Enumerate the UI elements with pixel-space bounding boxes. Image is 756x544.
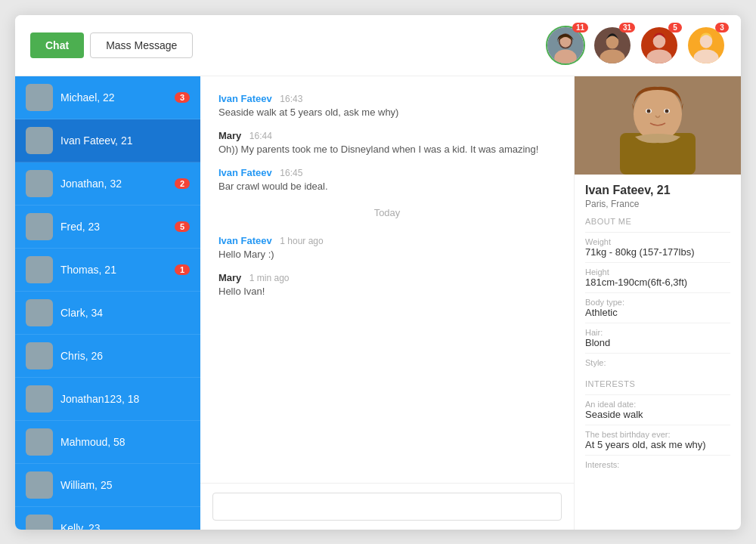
- chat-input[interactable]: [212, 493, 562, 521]
- sidebar-avatar: [26, 515, 53, 530]
- header-avatars: 11 31: [546, 26, 726, 65]
- profile-info: Ivan Fateev, 21 Paris, France ABOUT ME W…: [575, 175, 741, 483]
- sidebar-item[interactable]: Clark, 34: [15, 292, 200, 335]
- sidebar-item[interactable]: Thomas, 21 1: [15, 249, 200, 292]
- about-me-section-title: ABOUT ME: [585, 217, 730, 226]
- profile-field-hair: Hair: Blond: [585, 323, 730, 353]
- message-time: 1 hour ago: [280, 236, 323, 246]
- field-value: At 5 years old, ask me why): [585, 439, 730, 450]
- field-label: Height: [585, 267, 730, 277]
- sidebar-avatar: [26, 213, 53, 240]
- sidebar-item-name: Fred, 23: [60, 221, 175, 233]
- profile-field-birthday: The best birthday ever: At 5 years old, …: [585, 425, 730, 455]
- field-label: An ideal date:: [585, 400, 730, 409]
- sidebar-item-name: Kelly, 23: [60, 522, 190, 530]
- sidebar-item[interactable]: Chris, 26: [15, 335, 200, 378]
- sidebar-item-name: Chris, 26: [60, 350, 190, 362]
- sidebar-item[interactable]: Jonathan, 32 2: [15, 162, 200, 206]
- sidebar-item-badge: 1: [175, 264, 190, 275]
- sidebar-item-name: Ivan Fateev, 21: [60, 134, 190, 147]
- message-time: 16:45: [280, 168, 302, 178]
- chat-button[interactable]: Chat: [30, 32, 84, 58]
- sidebar: Michael, 22 3 Ivan Fateev, 21 Jonathan, …: [15, 76, 200, 530]
- mass-message-button[interactable]: Mass Message: [90, 32, 193, 58]
- app-container: Chat Mass Message 11: [15, 15, 741, 530]
- message-group: Ivan Fateev 16:43 Seaside walk at 5 year…: [218, 91, 556, 118]
- sidebar-avatar: [26, 256, 53, 283]
- sidebar-avatar: [26, 84, 53, 111]
- profile-photo: [575, 76, 741, 175]
- message-sender: Mary: [218, 130, 241, 141]
- message-group: Mary 16:44 Oh)) My parents took me to Di…: [218, 128, 556, 155]
- svg-point-17: [634, 87, 682, 141]
- field-label: Hair:: [585, 328, 730, 337]
- sidebar-item-badge: 3: [175, 92, 190, 103]
- profile-panel: Ivan Fateev, 21 Paris, France ABOUT ME W…: [575, 76, 741, 530]
- field-value: 181cm-190cm(6ft-6,3ft): [585, 277, 730, 288]
- sidebar-avatar: [26, 385, 53, 413]
- message-sender: Ivan Fateev: [218, 235, 272, 246]
- avatar-3-badge: 5: [668, 23, 682, 32]
- message-group: Ivan Fateev 1 hour ago Hello Mary :): [218, 233, 556, 260]
- sidebar-item-name: Michael, 22: [60, 91, 175, 104]
- avatar-2[interactable]: 31: [593, 26, 632, 65]
- message-time: 16:43: [280, 94, 302, 104]
- field-label: Weight: [585, 237, 730, 246]
- profile-location: Paris, France: [585, 199, 730, 209]
- sidebar-avatar: [26, 471, 53, 499]
- profile-field-ideal-date: An ideal date: Seaside walk: [585, 394, 730, 425]
- sidebar-item[interactable]: Mahmoud, 58: [15, 421, 200, 464]
- field-value: Athletic: [585, 307, 730, 318]
- sidebar-item-name: William, 25: [60, 479, 190, 491]
- field-label: The best birthday ever:: [585, 430, 730, 439]
- sidebar-item-name: Mahmoud, 58: [60, 436, 190, 448]
- svg-point-21: [665, 109, 669, 113]
- chat-input-area: [200, 483, 574, 530]
- sidebar-item-name: Jonathan, 32: [60, 178, 175, 190]
- message-sender: Ivan Fateev: [218, 167, 272, 178]
- message-text: Oh)) My parents took me to Disneyland wh…: [218, 144, 556, 155]
- header-left: Chat Mass Message: [30, 32, 193, 58]
- sidebar-item[interactable]: Kelly, 23: [15, 507, 200, 530]
- message-text: Hello Ivan!: [218, 286, 556, 297]
- sidebar-item[interactable]: William, 25: [15, 464, 200, 507]
- field-label: Style:: [585, 358, 730, 367]
- sidebar-avatar: [26, 127, 53, 154]
- message-text: Seaside walk at 5 years old, ask me why): [218, 107, 556, 118]
- sidebar-item[interactable]: Michael, 22 3: [15, 76, 200, 119]
- avatar-4[interactable]: 3: [686, 26, 726, 65]
- field-label: Body type:: [585, 298, 730, 307]
- message-group: Ivan Fateev 16:45 Bar crawl would be ide…: [218, 165, 556, 192]
- sidebar-item-name: Thomas, 21: [60, 264, 175, 276]
- profile-field-weight: Weight 71kg - 80kg (157-177lbs): [585, 232, 730, 262]
- profile-name: Ivan Fateev, 21: [585, 184, 730, 197]
- chat-area: Ivan Fateev 16:43 Seaside walk at 5 year…: [200, 76, 575, 530]
- sidebar-item-name: Clark, 34: [60, 307, 190, 319]
- sidebar-avatar: [26, 342, 53, 369]
- sidebar-avatar: [26, 170, 53, 197]
- avatar-1-badge: 11: [572, 23, 588, 32]
- sidebar-avatar: [26, 299, 53, 326]
- profile-field-body-type: Body type: Athletic: [585, 292, 730, 323]
- message-sender: Ivan Fateev: [218, 93, 272, 104]
- profile-field-style: Style:: [585, 353, 730, 372]
- date-divider: Today: [218, 207, 556, 218]
- field-value: Blond: [585, 337, 730, 348]
- message-time: 16:44: [249, 131, 272, 141]
- avatar-1[interactable]: 11: [546, 26, 585, 65]
- sidebar-avatar: [26, 428, 53, 456]
- sidebar-item[interactable]: Fred, 23 5: [15, 206, 200, 249]
- avatar-3[interactable]: 5: [640, 26, 679, 65]
- chat-messages: Ivan Fateev 16:43 Seaside walk at 5 year…: [200, 76, 574, 483]
- sidebar-item[interactable]: Jonathan123, 18: [15, 378, 200, 421]
- header: Chat Mass Message 11: [15, 15, 741, 76]
- svg-point-20: [647, 109, 651, 113]
- avatar-2-badge: 31: [619, 23, 635, 32]
- field-value: Seaside walk: [585, 409, 730, 420]
- message-time: 1 min ago: [249, 273, 290, 283]
- sidebar-item-active[interactable]: Ivan Fateev, 21: [15, 119, 200, 162]
- sidebar-item-name: Jonathan123, 18: [60, 393, 190, 405]
- field-value: 71kg - 80kg (157-177lbs): [585, 246, 730, 258]
- avatar-4-badge: 3: [715, 23, 729, 32]
- message-text: Hello Mary :): [218, 249, 556, 260]
